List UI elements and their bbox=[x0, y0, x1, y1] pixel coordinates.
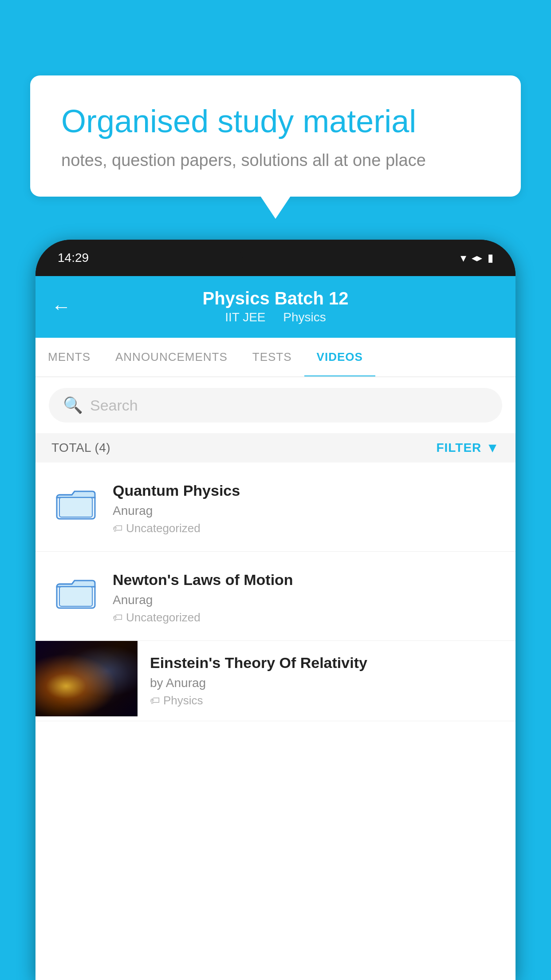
status-icons: ▾ ◂▸ ▮ bbox=[460, 251, 493, 265]
video-author-3: by Anurag bbox=[150, 676, 503, 690]
tag-label-1: Uncategorized bbox=[126, 522, 201, 535]
video-tag-1: 🏷 Uncategorized bbox=[113, 522, 500, 535]
video-tag-3: 🏷 Physics bbox=[150, 694, 503, 707]
folder-icon bbox=[56, 485, 96, 521]
tag-label-2: Uncategorized bbox=[126, 611, 201, 624]
tab-bar: MENTS ANNOUNCEMENTS TESTS VIDEOS bbox=[35, 338, 516, 377]
search-icon: 🔍 bbox=[63, 396, 83, 415]
header-content: Physics Batch 12 IIT JEE Physics bbox=[202, 288, 348, 324]
thumbnail-bg bbox=[35, 641, 138, 716]
video-info-2: Newton's Laws of Motion Anurag 🏷 Uncateg… bbox=[113, 568, 500, 624]
wifi-icon: ▾ bbox=[460, 251, 466, 265]
status-bar: 14:29 ▾ ◂▸ ▮ bbox=[35, 240, 516, 276]
phone-frame: 14:29 ▾ ◂▸ ▮ ← Physics Batch 12 IIT JEE … bbox=[35, 240, 516, 980]
video-thumb-2 bbox=[51, 568, 100, 616]
status-time: 14:29 bbox=[58, 251, 89, 265]
filter-label: FILTER bbox=[436, 441, 481, 455]
video-title-1: Quantum Physics bbox=[113, 482, 500, 499]
search-container: 🔍 Search bbox=[35, 377, 516, 433]
back-button[interactable]: ← bbox=[51, 296, 71, 318]
tab-videos[interactable]: VIDEOS bbox=[304, 338, 375, 376]
batch-subtitle: IIT JEE Physics bbox=[202, 310, 348, 324]
list-item[interactable]: Einstein's Theory Of Relativity by Anura… bbox=[35, 641, 516, 721]
signal-icon: ◂▸ bbox=[472, 252, 482, 264]
tag-icon-3: 🏷 bbox=[150, 695, 160, 707]
list-item[interactable]: Newton's Laws of Motion Anurag 🏷 Uncateg… bbox=[35, 552, 516, 641]
video-thumbnail-3 bbox=[35, 641, 138, 716]
video-list: Quantum Physics Anurag 🏷 Uncategorized bbox=[35, 462, 516, 721]
filter-button[interactable]: FILTER ▼ bbox=[436, 440, 500, 455]
search-placeholder: Search bbox=[90, 397, 138, 414]
subtitle-part2: Physics bbox=[283, 310, 326, 324]
tag-label-3: Physics bbox=[163, 694, 203, 707]
tab-announcements[interactable]: ANNOUNCEMENTS bbox=[103, 338, 240, 376]
video-author-1: Anurag bbox=[113, 504, 500, 518]
total-count: TOTAL (4) bbox=[51, 441, 110, 455]
tab-ments[interactable]: MENTS bbox=[35, 338, 103, 376]
video-thumb-1 bbox=[51, 478, 100, 527]
video-tag-2: 🏷 Uncategorized bbox=[113, 611, 500, 624]
search-bar[interactable]: 🔍 Search bbox=[49, 388, 502, 423]
video-title-3: Einstein's Theory Of Relativity bbox=[150, 654, 503, 672]
svg-rect-1 bbox=[59, 498, 92, 517]
video-info-1: Quantum Physics Anurag 🏷 Uncategorized bbox=[113, 478, 500, 535]
app-screen: ← Physics Batch 12 IIT JEE Physics MENTS… bbox=[35, 276, 516, 980]
filter-bar: TOTAL (4) FILTER ▼ bbox=[35, 433, 516, 462]
battery-icon: ▮ bbox=[488, 252, 493, 264]
tab-tests[interactable]: TESTS bbox=[240, 338, 304, 376]
video-info-3: Einstein's Theory Of Relativity by Anura… bbox=[138, 641, 516, 721]
list-item[interactable]: Quantum Physics Anurag 🏷 Uncategorized bbox=[35, 462, 516, 552]
tag-icon-2: 🏷 bbox=[113, 612, 122, 624]
video-title-2: Newton's Laws of Motion bbox=[113, 571, 500, 589]
filter-icon: ▼ bbox=[486, 440, 500, 455]
folder-icon bbox=[56, 574, 96, 610]
bubble-title: Organised study material bbox=[61, 102, 490, 140]
subtitle-part1: IIT JEE bbox=[225, 310, 265, 324]
speech-bubble: Organised study material notes, question… bbox=[30, 75, 521, 197]
app-header: ← Physics Batch 12 IIT JEE Physics bbox=[35, 276, 516, 338]
batch-title: Physics Batch 12 bbox=[202, 288, 348, 308]
tag-icon-1: 🏷 bbox=[113, 523, 122, 534]
video-author-2: Anurag bbox=[113, 593, 500, 607]
bubble-subtitle: notes, question papers, solutions all at… bbox=[61, 151, 490, 170]
svg-rect-3 bbox=[59, 587, 92, 606]
